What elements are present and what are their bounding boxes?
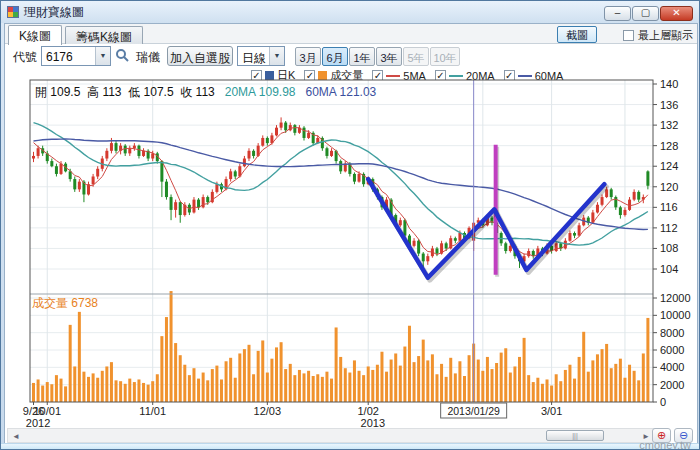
svg-text:2000: 2000	[660, 379, 684, 391]
ma20-label: 20MA	[466, 70, 495, 82]
horizontal-scrollbar[interactable]: ◄ ► |||	[7, 428, 655, 443]
ma60-checkbox[interactable]: ✓	[504, 70, 515, 81]
svg-text:124: 124	[660, 160, 678, 172]
scroll-row: ◄ ► ||| ⊕ ⊖	[5, 427, 697, 444]
ma5-label: 5MA	[403, 70, 426, 82]
high-value: 113	[102, 85, 121, 99]
svg-text:1/02: 1/02	[357, 405, 378, 417]
stock-name: 瑞儀	[136, 49, 160, 66]
chevron-down-icon[interactable]: ▼	[95, 47, 110, 65]
volume-readout: 成交量 6738	[32, 295, 98, 312]
tab-strip: K線圖 籌碼K線圖 截圖 最上層顯示	[5, 24, 697, 44]
volume-label: 成交量	[330, 68, 363, 83]
svg-text:10/01: 10/01	[33, 405, 61, 417]
tab-kline[interactable]: K線圖	[8, 25, 62, 45]
svg-text:116: 116	[660, 201, 678, 213]
svg-text:112: 112	[660, 222, 678, 234]
price-volume-chart[interactable]: 1401361321281241201161121081041200010000…	[5, 72, 699, 428]
ma60-value: 121.03	[340, 85, 377, 99]
code-combobox[interactable]: 6176 ▼	[41, 46, 111, 66]
maximize-button[interactable]: ▢	[632, 6, 659, 21]
svg-text:4000: 4000	[660, 361, 684, 373]
dayk-checkbox[interactable]: ✓	[251, 70, 262, 81]
watermark: cmoney.tw	[639, 439, 691, 450]
svg-text:10000: 10000	[660, 309, 691, 321]
always-on-top-label: 最上層顯示	[638, 28, 693, 43]
volume-value: 6738	[71, 296, 98, 310]
low-value: 107.5	[144, 85, 174, 99]
title-bar[interactable]: 理財寶線圖	[1, 1, 699, 23]
svg-text:3/01: 3/01	[541, 405, 562, 417]
client-area: K線圖 籌碼K線圖 截圖 最上層顯示 代號 6176 ▼ 瑞儀 加入自選股 日線…	[4, 23, 698, 444]
svg-text:104: 104	[660, 263, 678, 275]
stock-lookup-icon[interactable]	[115, 48, 130, 63]
svg-text:140: 140	[660, 78, 678, 90]
ohlc-readout: 開 109.5 高 113 低 107.5 收 113 20MA 109.98 …	[35, 84, 376, 101]
open-value: 109.5	[50, 85, 80, 99]
app-icon	[7, 6, 19, 18]
window-title: 理財寶線圖	[24, 4, 84, 21]
close-value: 113	[196, 85, 215, 99]
svg-text:128: 128	[660, 140, 678, 152]
ma20-value: 109.98	[259, 85, 296, 99]
frequency-value: 日線	[242, 50, 266, 67]
screenshot-button[interactable]: 截圖	[557, 26, 597, 43]
status-bar	[1, 443, 699, 449]
always-on-top-checkbox[interactable]	[623, 30, 634, 41]
ma5-checkbox[interactable]: ✓	[372, 70, 383, 81]
range-5y-button[interactable]: 5年	[403, 47, 429, 66]
tab-chip-kline[interactable]: 籌碼K線圖	[65, 26, 143, 44]
scroll-left-icon[interactable]: ◄	[12, 432, 20, 441]
scrollbar-thumb[interactable]: |||	[546, 430, 604, 441]
code-value: 6176	[46, 50, 73, 64]
frequency-combobox[interactable]: 日線 ▼	[237, 46, 285, 66]
close-button[interactable]: ✕	[660, 6, 693, 21]
ma60-label: 60MA	[535, 70, 564, 82]
svg-text:12/03: 12/03	[254, 405, 282, 417]
range-10y-button[interactable]: 10年	[430, 47, 460, 66]
svg-text:136: 136	[660, 99, 678, 111]
candle-swatch-icon	[265, 71, 274, 80]
toolbar: 代號 6176 ▼ 瑞儀 加入自選股 日線 ▼ 3月 6月 1年 3年 5年 1…	[5, 45, 697, 67]
svg-text:120: 120	[660, 181, 678, 193]
add-watchlist-button[interactable]: 加入自選股	[167, 46, 233, 66]
svg-text:12000: 12000	[660, 292, 691, 304]
ma60-line-icon	[518, 75, 532, 77]
svg-text:0: 0	[660, 396, 666, 408]
svg-text:11/01: 11/01	[139, 405, 166, 417]
svg-text:6000: 6000	[660, 344, 684, 356]
ma5-line-icon	[386, 75, 400, 77]
svg-text:132: 132	[660, 119, 678, 131]
code-label: 代號	[13, 49, 37, 66]
series-legend: ✓ 日K ✓ 成交量 ✓ 5MA ✓ 20MA ✓ 60MA	[251, 68, 563, 83]
svg-text:108: 108	[660, 242, 678, 254]
range-6m-button[interactable]: 6月	[322, 47, 348, 66]
volume-swatch-icon	[318, 71, 327, 80]
dayk-label: 日K	[277, 68, 295, 83]
volume-checkbox[interactable]: ✓	[304, 70, 315, 81]
range-1y-button[interactable]: 1年	[349, 47, 375, 66]
app-window: 理財寶線圖 – ▢ ✕ K線圖 籌碼K線圖 截圖 最上層顯示 代號 6176 ▼	[0, 0, 700, 450]
ma20-checkbox[interactable]: ✓	[435, 70, 446, 81]
range-3m-button[interactable]: 3月	[295, 47, 321, 66]
range-3y-button[interactable]: 3年	[376, 47, 402, 66]
svg-text:9/26: 9/26	[23, 405, 44, 417]
svg-text:8000: 8000	[660, 327, 684, 339]
svg-text:2013/01/29: 2013/01/29	[447, 405, 500, 417]
ma20-line-icon	[449, 75, 463, 77]
minimize-button[interactable]: –	[604, 6, 631, 21]
chevron-down-icon[interactable]: ▼	[269, 47, 284, 65]
